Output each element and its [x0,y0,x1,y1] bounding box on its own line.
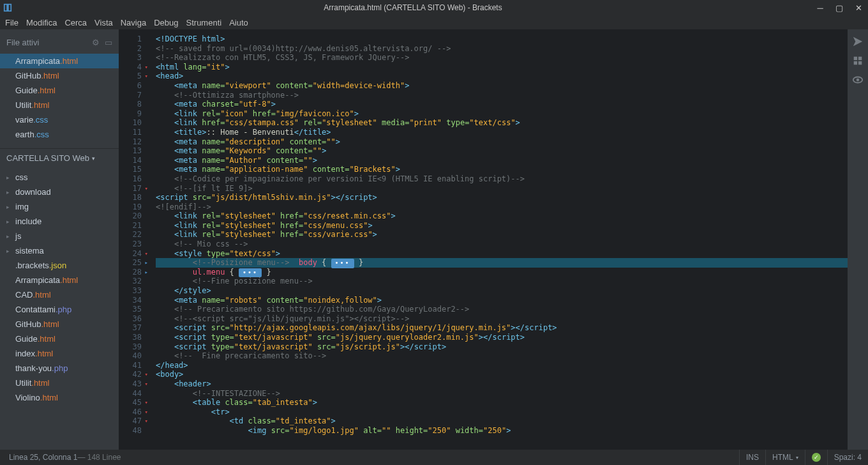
menu-debug[interactable]: Debug [154,18,178,27]
checkmark-icon: ✓ [812,453,821,462]
file-extension: .html [38,334,56,344]
cursor-position[interactable]: Linea 25, Colonna 1 [9,453,77,462]
menu-naviga[interactable]: Naviga [121,18,146,27]
project-header[interactable]: CARTELLA SITO Web ▾ [0,148,119,167]
file-item[interactable]: .brackets.json [0,258,119,273]
editor[interactable]: 1234▾5▾67891011121314151617▾181920212223… [119,29,848,450]
file-name: CAD [15,290,33,300]
live-preview-icon[interactable] [852,36,864,47]
file-item[interactable]: GitHub.html [0,317,119,332]
code-area[interactable]: <!DOCTYPE html><!-- saved from url=(0034… [146,29,848,450]
file-item[interactable]: Arrampicata.html [0,273,119,287]
file-name: varie [15,115,33,125]
file-name: Violino [15,393,40,402]
minimize-button[interactable]: ─ [811,0,830,15]
file-name: .brackets [15,261,49,270]
file-item[interactable]: Utilit.html [0,98,119,112]
file-name: thank-you [15,363,52,373]
file-name: Guide [15,86,38,95]
menu-cerca[interactable]: Cerca [64,18,87,27]
file-item[interactable]: Guide.html [0,83,119,98]
gear-icon[interactable]: ⚙ [92,38,100,47]
file-extension: .php [56,305,71,314]
working-files-list: Arrampicata.htmlGitHub.htmlGuide.htmlUti… [0,51,119,148]
svg-rect-2 [854,57,857,60]
file-item[interactable]: varie.css [0,112,119,127]
menu-modifica[interactable]: Modifica [26,18,57,27]
menu-vista[interactable]: Vista [94,18,113,27]
file-name: img [15,202,29,211]
file-item[interactable]: ▸include [0,214,119,229]
insert-mode[interactable]: INS [739,450,765,465]
file-name: Arrampicata [15,56,60,66]
titlebar: Arrampicata.html (CARTELLA SITO Web) - B… [0,0,868,15]
file-item[interactable]: index.html [0,346,119,361]
file-name: Contattami [15,305,56,314]
svg-rect-1 [6,4,9,11]
file-extension: .html [38,86,56,95]
file-name: Arrampicata [15,275,60,285]
svg-rect-4 [854,61,857,65]
file-name: css [15,172,28,182]
file-name: GitHub [15,319,41,329]
file-extension: .css [33,115,48,125]
chevron-down-icon: ▾ [92,155,95,162]
chevron-right-icon: ▸ [6,174,14,181]
working-files-header[interactable]: File attivi ⚙ ▭ [0,33,119,51]
file-extension: .html [31,378,49,388]
menu-file[interactable]: File [5,18,19,27]
chevron-right-icon: ▸ [6,233,14,240]
language-mode[interactable]: HTML▾ [765,450,805,465]
file-item[interactable]: ▸css [0,170,119,185]
file-extension: .php [52,363,68,373]
eye-icon[interactable] [852,74,864,86]
chevron-down-icon: ▾ [796,455,798,461]
extensions-icon[interactable] [852,55,864,66]
lint-status[interactable]: ✓ [805,450,827,465]
file-item[interactable]: ▸sistema [0,243,119,258]
svg-point-7 [857,79,860,82]
file-extension: .html [41,319,59,329]
file-extension: .html [60,275,78,285]
line-count: — 148 Linee [77,453,121,462]
file-name: GitHub [15,71,41,80]
project-name: CARTELLA SITO Web [6,153,89,163]
file-extension: .html [41,71,59,80]
menu-strumenti[interactable]: Strumenti [186,18,222,27]
file-item[interactable]: thank-you.php [0,361,119,376]
file-name: Utilit [15,100,31,110]
file-item[interactable]: Arrampicata.html [0,54,119,68]
file-extension: .html [31,100,49,110]
file-extension: .html [33,290,50,300]
project-tree: ▸css▸download▸img▸include▸js▸sistema.bra… [0,167,119,411]
file-name: Guide [15,334,38,344]
file-name: sistema [15,246,44,255]
file-item[interactable]: ▸img [0,199,119,214]
chevron-right-icon: ▸ [6,189,14,195]
file-item[interactable]: earth.css [0,127,119,142]
file-item[interactable]: ▸download [0,185,119,199]
chevron-right-icon: ▸ [6,248,14,254]
file-item[interactable]: ▸js [0,229,119,243]
file-item[interactable]: CAD.html [0,287,119,302]
svg-rect-5 [858,61,862,65]
file-extension: .html [60,56,78,66]
line-gutter: 1234▾5▾67891011121314151617▾181920212223… [119,29,146,450]
working-files-title: File attivi [6,38,39,47]
file-item[interactable]: Utilit.html [0,376,119,390]
menu-aiuto[interactable]: Aiuto [229,18,248,27]
indent-mode[interactable]: Spazi: 4 [827,450,868,465]
file-item[interactable]: GitHub.html [0,68,119,83]
window-title: Arrampicata.html (CARTELLA SITO Web) - B… [15,3,811,12]
maximize-button[interactable]: ▢ [830,0,849,15]
file-item[interactable]: Guide.html [0,332,119,346]
chevron-right-icon: ▸ [6,204,14,210]
close-button[interactable]: ✕ [849,0,868,15]
file-extension: .html [40,393,58,402]
menubar: File Modifica Cerca Vista Naviga Debug S… [0,15,868,29]
file-name: earth [15,130,34,139]
file-extension: .css [34,130,49,139]
file-item[interactable]: Contattami.php [0,302,119,317]
split-view-icon[interactable]: ▭ [105,38,112,47]
file-item[interactable]: Violino.html [0,390,119,405]
